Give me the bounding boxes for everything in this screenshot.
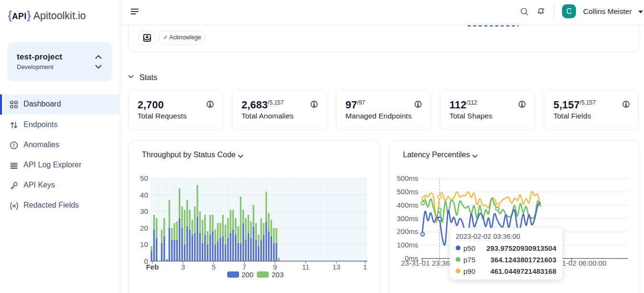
svg-text:50: 50 <box>140 174 148 182</box>
svg-text:11: 11 <box>302 263 310 271</box>
svg-text:10: 10 <box>140 240 148 248</box>
svg-text:7: 7 <box>242 263 246 271</box>
svg-text:13: 13 <box>333 263 341 271</box>
svg-text:500ms: 500ms <box>397 188 418 196</box>
svg-text:40: 40 <box>140 191 148 199</box>
svg-text:9: 9 <box>273 263 277 271</box>
svg-text:20: 20 <box>140 224 148 232</box>
svg-text:30: 30 <box>140 207 148 215</box>
svg-text:5: 5 <box>212 263 216 271</box>
svg-text:200ms: 200ms <box>397 227 418 235</box>
svg-text:203: 203 <box>272 270 284 279</box>
svg-text:200: 200 <box>242 270 253 279</box>
svg-text:1-02 06:00:00: 1-02 06:00:00 <box>562 259 607 267</box>
svg-text:3: 3 <box>181 263 185 271</box>
svg-text:1: 1 <box>363 263 367 271</box>
svg-text:400ms: 400ms <box>397 201 418 209</box>
svg-text:100ms: 100ms <box>397 241 418 249</box>
svg-text:0: 0 <box>144 257 148 265</box>
svg-text:300ms: 300ms <box>397 214 418 223</box>
svg-text:500ms: 500ms <box>397 174 418 182</box>
